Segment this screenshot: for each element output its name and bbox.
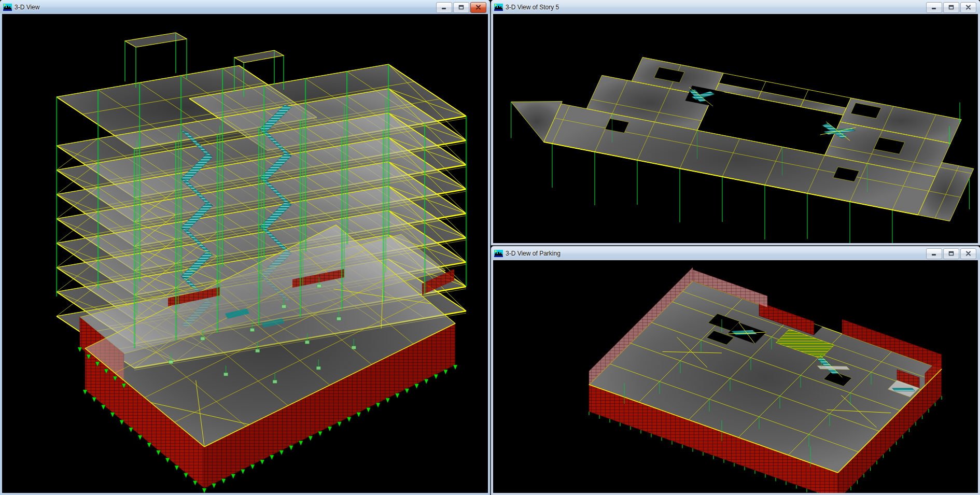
building-3d-render bbox=[2, 14, 488, 493]
close-button[interactable] bbox=[960, 248, 976, 259]
viewport-parking[interactable] bbox=[493, 260, 978, 493]
close-button[interactable] bbox=[960, 2, 976, 13]
minimize-icon bbox=[441, 5, 447, 10]
titlebar-3d-view[interactable]: 3-D View bbox=[0, 0, 490, 13]
window-title: 3-D View of Parking bbox=[506, 250, 926, 257]
window-parking-view: 3-D View of Parking bbox=[491, 246, 980, 495]
minimize-button[interactable] bbox=[436, 2, 452, 13]
restore-icon bbox=[948, 5, 954, 10]
window-title: 3-D View of Story 5 bbox=[506, 4, 926, 11]
minimize-icon bbox=[931, 251, 937, 256]
titlebar-story5[interactable]: 3-D View of Story 5 bbox=[491, 0, 980, 13]
restore-button[interactable] bbox=[453, 2, 469, 13]
restore-icon bbox=[458, 5, 464, 10]
restore-button[interactable] bbox=[943, 248, 959, 259]
minimize-button[interactable] bbox=[926, 248, 942, 259]
viewport-3d-view[interactable] bbox=[2, 14, 488, 493]
minimize-icon bbox=[931, 5, 937, 10]
workspace: { "windows": [ { "id": "view3d", "title"… bbox=[0, 0, 980, 495]
close-icon bbox=[965, 5, 971, 10]
app-window-icon[interactable] bbox=[494, 249, 503, 258]
window-3d-view: 3-D View bbox=[0, 0, 490, 495]
minimize-button[interactable] bbox=[926, 2, 942, 13]
story5-3d-render bbox=[493, 14, 978, 243]
app-window-icon[interactable] bbox=[3, 3, 12, 11]
close-button[interactable] bbox=[470, 2, 486, 13]
restore-icon bbox=[948, 251, 954, 256]
restore-button[interactable] bbox=[943, 2, 959, 13]
close-icon bbox=[965, 251, 971, 256]
titlebar-parking[interactable]: 3-D View of Parking bbox=[491, 246, 980, 260]
app-window-icon[interactable] bbox=[494, 3, 503, 11]
window-story5-view: 3-D View of Story 5 bbox=[491, 0, 980, 245]
close-icon bbox=[475, 5, 481, 10]
viewport-story5[interactable] bbox=[493, 14, 978, 243]
window-title: 3-D View bbox=[15, 4, 436, 11]
parking-3d-render bbox=[493, 260, 978, 493]
